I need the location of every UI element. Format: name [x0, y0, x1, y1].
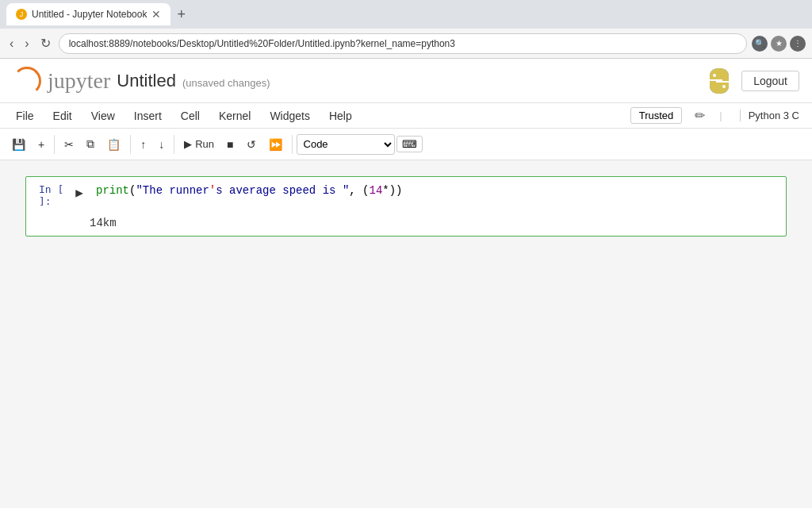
cut-button[interactable]: ✂	[59, 135, 79, 154]
jupyter-logo-text: jupyter	[48, 68, 110, 94]
svg-point-0	[713, 74, 716, 77]
code-keyword-print: print	[96, 184, 129, 197]
save-button[interactable]: 💾	[6, 135, 31, 154]
browser-icon-2: ★	[771, 36, 787, 52]
move-down-button[interactable]: ↓	[153, 135, 170, 154]
menu-bar: File Edit View Insert Cell Kernel Widget…	[0, 103, 812, 129]
add-cell-button[interactable]: +	[33, 135, 50, 154]
cell-type-select[interactable]: Code Markdown Raw NBConvert	[297, 134, 395, 155]
notebook-area: In [ ]: ▶ print("The runner's average sp…	[0, 160, 812, 508]
run-icon: ▶	[184, 138, 192, 150]
logout-button[interactable]: Logout	[741, 71, 799, 91]
cell-inner: In [ ]: ▶ print("The runner's average sp…	[26, 177, 786, 214]
code-string-2: s average speed is "	[216, 184, 349, 197]
toolbar-separator-1	[54, 135, 55, 154]
cell-run-icon[interactable]: ▶	[75, 185, 83, 200]
new-tab-button[interactable]: +	[177, 7, 186, 21]
paste-button[interactable]: 📋	[102, 135, 126, 154]
toolbar-separator-3	[174, 135, 174, 154]
toolbar-separator-2	[130, 135, 131, 154]
keyboard-shortcut-button[interactable]: ⌨	[396, 136, 423, 152]
cell-prompt: In [ ]: ▶	[26, 177, 90, 214]
tab-close-icon[interactable]: ✕	[151, 8, 161, 21]
header-right: Logout	[703, 65, 799, 97]
copy-button[interactable]: ⧉	[81, 134, 100, 154]
browser-icon-1: 🔍	[752, 36, 768, 52]
code-escape: '	[209, 184, 216, 197]
nav-bar: ‹ › ↻ 🔍 ★ ⋮	[0, 29, 812, 59]
active-tab[interactable]: J Untitled - Jupyter Notebook ✕	[6, 3, 170, 25]
jupyter-header: jupyter Untitled (unsaved changes) Logou…	[0, 59, 812, 103]
notebook-title-area: Untitled (unsaved changes)	[117, 71, 270, 91]
tab-favicon: J	[16, 9, 27, 20]
move-up-button[interactable]: ↑	[135, 135, 151, 154]
address-bar[interactable]	[59, 33, 747, 54]
tab-title: Untitled - Jupyter Notebook	[32, 9, 147, 20]
run-button[interactable]: ▶ Run	[178, 135, 220, 153]
jupyter-app: jupyter Untitled (unsaved changes) Logou…	[0, 59, 812, 508]
jupyter-spinner-icon	[13, 67, 41, 95]
output-text: 14km	[90, 217, 117, 229]
code-comma: , (	[349, 184, 369, 197]
trusted-button[interactable]: Trusted	[630, 107, 683, 124]
menu-help[interactable]: Help	[326, 108, 355, 124]
forward-button[interactable]: ›	[21, 35, 32, 52]
menu-widgets[interactable]: Widgets	[266, 108, 313, 124]
browser-icon-3: ⋮	[790, 36, 806, 52]
reload-button[interactable]: ↻	[37, 34, 54, 52]
run-label: Run	[195, 138, 214, 150]
menu-insert[interactable]: Insert	[131, 108, 165, 124]
notebook-title[interactable]: Untitled	[117, 71, 176, 91]
browser-nav-icons: 🔍 ★ ⋮	[752, 36, 806, 52]
cell-output: 14km	[26, 214, 786, 236]
stop-button[interactable]: ■	[221, 135, 239, 154]
code-line-1: print("The runner's average speed is ", …	[96, 182, 779, 199]
menu-edit[interactable]: Edit	[50, 108, 75, 124]
python-logo-icon	[703, 65, 735, 97]
tab-bar: J Untitled - Jupyter Notebook ✕ +	[0, 0, 812, 29]
restart-run-button[interactable]: ⏩	[263, 135, 288, 154]
menu-kernel[interactable]: Kernel	[216, 108, 254, 124]
code-cell[interactable]: In [ ]: ▶ print("The runner's average sp…	[25, 176, 787, 237]
restart-button[interactable]: ↺	[241, 135, 262, 154]
svg-point-1	[722, 85, 726, 88]
jupyter-logo: jupyter	[13, 67, 110, 95]
menu-cell[interactable]: Cell	[178, 108, 203, 124]
cell-code-area[interactable]: print("The runner's average speed is ", …	[90, 177, 786, 214]
edit-pencil-icon[interactable]: ✏	[695, 108, 705, 123]
back-button[interactable]: ‹	[6, 35, 17, 52]
code-number: 14	[370, 184, 383, 197]
cell-prompt-text: In [ ]:	[39, 183, 72, 207]
code-operator: *))	[382, 184, 402, 197]
code-string: "The runner	[136, 184, 209, 197]
kernel-info: Python 3 C	[740, 110, 799, 121]
menu-file[interactable]: File	[13, 108, 37, 124]
toolbar-separator-4	[292, 135, 293, 154]
menu-view[interactable]: View	[88, 108, 118, 124]
toolbar: 💾 + ✂ ⧉ 📋 ↑ ↓ ▶ Run ■ ↺ ⏩ Code Markdown …	[0, 129, 812, 160]
notebook-subtitle: (unsaved changes)	[182, 77, 270, 89]
